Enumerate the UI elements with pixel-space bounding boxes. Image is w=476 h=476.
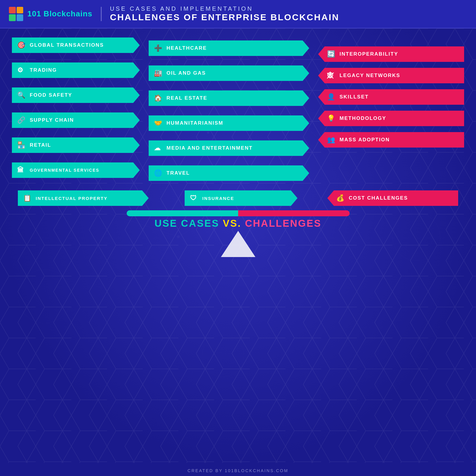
scale-label: USE CASES VS. CHALLENGES — [155, 218, 322, 229]
infographic-body: 🎯 GLOBAL TRANSACTIONS ➕ HEALTHCARE ⚙ — [0, 29, 476, 463]
scale-triangle — [221, 231, 255, 257]
real-estate-bar: 🏠 REAL ESTATE — [149, 90, 309, 106]
methodology-label: METHODOLOGY — [340, 115, 386, 121]
humanitarianism-icon: 🤝 — [154, 119, 163, 127]
row-5: 🏪 RETAIL ☁ MEDIA AND ENTERTAINMENT — [12, 137, 309, 156]
challenges-section: 🔄 INTEROPERABILITY 🕸 LEGACY NETWORKS 👤 S… — [318, 37, 464, 187]
row-2: ⚙ TRADING 🏭 OIL AND GAS — [12, 62, 309, 81]
governmental-label: GOVERNMENTAL SERVICES — [30, 168, 99, 173]
scale-beam — [127, 210, 350, 216]
supply-chain-label: SUPPLY CHAIN — [30, 117, 74, 123]
global-transactions-label: GLOBAL TRANSACTIONS — [30, 42, 104, 48]
real-estate-label: REAL ESTATE — [166, 95, 207, 101]
left-bar-governmental: 🏛 GOVERNMENTAL SERVICES — [12, 162, 140, 178]
insurance-bar: 🛡 INSURANCE — [185, 190, 298, 206]
logo-text: 101 Blockchains — [27, 9, 92, 18]
healthcare-icon: ➕ — [154, 44, 163, 52]
legacy-networks-icon: 🕸 — [327, 72, 336, 79]
media-bar: ☁ MEDIA AND ENTERTAINMENT — [149, 140, 309, 156]
global-transactions-icon: 🎯 — [17, 41, 26, 49]
row-3: 🔍 FOOD SAFETY 🏠 REAL ESTATE — [12, 87, 309, 106]
header-title: USE CASES AND IMPLEMENTATION CHALLENGES … — [102, 5, 340, 22]
ip-label: INTELLECTUAL PROPERTY — [36, 196, 108, 201]
methodology-icon: 💡 — [327, 115, 336, 122]
bottom-left-bars: 📋 INTELLECTUAL PROPERTY — [18, 190, 149, 206]
supply-chain-icon: 🔗 — [17, 116, 26, 124]
row-6: 🏛 GOVERNMENTAL SERVICES 🌐 TRAVEL — [12, 162, 309, 181]
insurance-label: INSURANCE — [202, 196, 234, 201]
left-bar-food-safety: 🔍 FOOD SAFETY — [12, 87, 140, 103]
cost-challenges-label: COST CHALLENGES — [349, 195, 408, 201]
logo-block-blue — [17, 14, 23, 21]
row-1: 🎯 GLOBAL TRANSACTIONS ➕ HEALTHCARE — [12, 37, 309, 56]
intellectual-property-bar: 📋 INTELLECTUAL PROPERTY — [18, 190, 149, 206]
oil-gas-bar: 🏭 OIL AND GAS — [149, 65, 309, 81]
healthcare-label: HEALTHCARE — [166, 45, 207, 51]
header-main-title: CHALLENGES OF ENTERPRISE BLOCKCHAIN — [110, 12, 340, 22]
food-safety-bar: 🔍 FOOD SAFETY — [12, 87, 140, 103]
media-label: MEDIA AND ENTERTAINMENT — [166, 145, 253, 151]
right-bar-real-estate: 🏠 REAL ESTATE — [149, 90, 309, 106]
skillset-bar: 👤 SKILLSET — [318, 89, 464, 105]
right-bar-travel: 🌐 TRAVEL — [149, 165, 309, 181]
left-bar-global-transactions: 🎯 GLOBAL TRANSACTIONS — [12, 37, 140, 53]
right-bar-media: ☁ MEDIA AND ENTERTAINMENT — [149, 140, 309, 156]
methodology-bar: 💡 METHODOLOGY — [318, 111, 464, 126]
right-bar-humanitarianism: 🤝 HUMANITARIANISM — [149, 115, 309, 131]
insurance-icon: 🛡 — [190, 194, 199, 202]
use-cases-section: 🎯 GLOBAL TRANSACTIONS ➕ HEALTHCARE ⚙ — [12, 37, 309, 187]
main-row: 🎯 GLOBAL TRANSACTIONS ➕ HEALTHCARE ⚙ — [12, 37, 464, 187]
left-bar-retail: 🏪 RETAIL — [12, 137, 140, 153]
mass-adoption-label: MASS ADOPTION — [340, 137, 390, 143]
oil-gas-label: OIL AND GAS — [166, 70, 206, 76]
mass-adoption-bar: 👥 MASS ADOPTION — [318, 132, 464, 148]
governmental-bar: 🏛 GOVERNMENTAL SERVICES — [12, 162, 140, 178]
travel-label: TRAVEL — [166, 170, 190, 176]
cost-challenges-bar: 💰 COST CHALLENGES — [327, 190, 458, 206]
left-bar-trading: ⚙ TRADING — [12, 62, 140, 78]
cost-challenges-icon: 💰 — [336, 194, 345, 202]
bottom-bars-row: 📋 INTELLECTUAL PROPERTY 🛡 INSURANCE 💰 CO… — [12, 190, 464, 206]
skillset-icon: 👤 — [327, 93, 336, 101]
real-estate-icon: 🏠 — [154, 94, 163, 102]
supply-chain-bar: 🔗 SUPPLY CHAIN — [12, 112, 140, 128]
legacy-networks-bar: 🕸 LEGACY NETWORKS — [318, 68, 464, 83]
footer-text: CREATED BY 101BLOCKCHAINS.COM — [188, 468, 288, 473]
travel-bar: 🌐 TRAVEL — [149, 165, 309, 181]
right-bar-healthcare: ➕ HEALTHCARE — [149, 40, 309, 56]
trading-label: TRADING — [30, 67, 57, 73]
footer: CREATED BY 101BLOCKCHAINS.COM — [0, 463, 476, 476]
logo-area: 101 Blockchains — [9, 7, 102, 21]
retail-bar: 🏪 RETAIL — [12, 137, 140, 153]
food-safety-label: FOOD SAFETY — [30, 92, 72, 98]
interoperability-bar: 🔄 INTEROPERABILITY — [318, 46, 464, 62]
retail-icon: 🏪 — [17, 141, 26, 149]
logo-block-red — [9, 7, 16, 14]
scale-beam-wrap: USE CASES VS. CHALLENGES — [12, 210, 464, 257]
global-transactions-bar: 🎯 GLOBAL TRANSACTIONS — [12, 37, 140, 53]
row-4: 🔗 SUPPLY CHAIN 🤝 HUMANITARIANISM — [12, 112, 309, 131]
trading-bar: ⚙ TRADING — [12, 62, 140, 78]
retail-label: RETAIL — [30, 142, 51, 148]
right-bar-oil-gas: 🏭 OIL AND GAS — [149, 65, 309, 81]
logo-block-orange — [17, 7, 23, 14]
left-bar-supply-chain: 🔗 SUPPLY CHAIN — [12, 112, 140, 128]
interoperability-icon: 🔄 — [327, 50, 336, 58]
bottom-mid-bar: 🛡 INSURANCE — [173, 190, 304, 206]
skillset-label: SKILLSET — [340, 94, 369, 100]
travel-icon: 🌐 — [154, 169, 163, 177]
header: 101 Blockchains USE CASES AND IMPLEMENTA… — [0, 0, 476, 29]
bottom-right-bar: 💰 COST CHALLENGES — [327, 190, 458, 206]
trading-icon: ⚙ — [17, 66, 26, 74]
interoperability-label: INTEROPERABILITY — [340, 51, 398, 57]
media-icon: ☁ — [154, 144, 163, 152]
healthcare-bar: ➕ HEALTHCARE — [149, 40, 309, 56]
logo-block-green — [9, 14, 16, 21]
humanitarianism-bar: 🤝 HUMANITARIANISM — [149, 115, 309, 131]
oil-gas-icon: 🏭 — [154, 69, 163, 77]
header-subtitle: USE CASES AND IMPLEMENTATION — [110, 5, 340, 12]
governmental-icon: 🏛 — [17, 166, 26, 174]
food-safety-icon: 🔍 — [17, 91, 26, 99]
ip-icon: 📋 — [23, 194, 32, 202]
mass-adoption-icon: 👥 — [327, 136, 336, 144]
